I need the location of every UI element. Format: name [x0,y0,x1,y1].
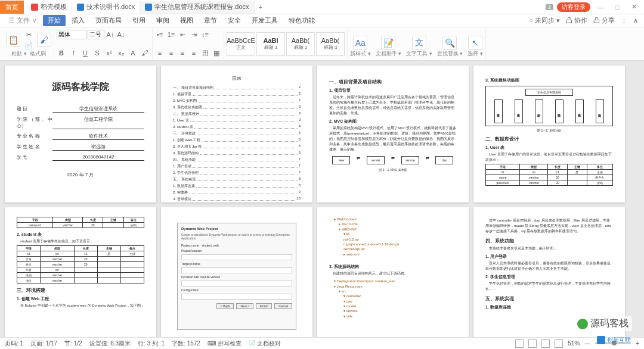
super-icon[interactable]: x² [104,48,114,58]
sync-status[interactable]: ○ 未同步 ▾ [529,16,560,25]
view-print-icon[interactable] [515,339,524,348]
para: 学生信息管理，则指的是对学生的基本信息进行管理，主要管理包括学生的姓名，... [485,281,613,292]
toc-line: 一、 项目背景及项目结构2 [173,85,301,91]
grow-font-icon[interactable]: A↑ [106,30,115,39]
style-h3[interactable]: AaBb(标题 3 [316,32,345,56]
copy-icon[interactable]: 📄 [24,40,33,50]
doc-field: 题 目学生信息管理系统 [17,105,144,113]
login-button[interactable]: 访客登录 [557,2,590,12]
module-child: 修改信息 [575,99,584,123]
indent-dec-icon[interactable]: ⇤ [178,30,187,39]
watermark-1: 源码客栈 [574,316,632,331]
cut-icon[interactable]: ✂ [24,30,33,39]
strike-icon[interactable]: S [92,48,102,58]
minimize-button[interactable]: — [594,2,607,13]
document-area[interactable]: 源码客栈学院 题 目学生信息管理系统学院（部、中心）信息工程学院专 业 名 称软… [0,61,644,337]
status-proofread[interactable]: 📄 文档校对 [249,339,281,348]
view-read-icon[interactable] [541,339,550,348]
menu-file[interactable]: 三 文件 ∨ [4,15,42,26]
module-child: 新增信息 [535,99,543,123]
font-color-icon[interactable]: A [128,48,138,58]
doc-field: 学院（部、中心）信息工程学院 [17,116,144,129]
newstyle-icon[interactable]: Aa [353,36,367,50]
notification-badge[interactable]: 2 [546,4,553,10]
align-center-icon[interactable]: ≡ [166,48,176,58]
collapse-ribbon-button[interactable]: ∧ [633,17,638,24]
justify-icon[interactable]: ≡ [189,48,199,58]
menu-ref[interactable]: 引用 [128,15,150,26]
shading-icon[interactable]: ▦ [212,48,221,58]
select-icon[interactable]: ↖ [468,36,482,50]
highlight-icon[interactable]: 🖍 [140,48,150,58]
menu-security[interactable]: 安全 [223,15,246,26]
view-web-icon[interactable] [555,339,563,348]
zoom-value[interactable]: 51% [568,340,580,347]
align-right-icon[interactable]: ≡ [178,48,187,58]
zoom-out-button[interactable]: — [584,340,590,347]
tab-doc-2[interactable]: 学生信息管理系统课程报告.docx [140,1,254,14]
find-icon[interactable]: 🔍 [442,36,457,50]
more-button[interactable]: ： [621,16,627,25]
align-left-icon[interactable]: ≡ [155,48,165,58]
status-page-of[interactable]: 页面: 1/17 [30,339,57,348]
tab-doc-1[interactable]: 技术说明书.docx [72,1,140,14]
tree-item: ▾ service [329,309,457,313]
format-brush-icon[interactable]: 🖌 [37,33,51,47]
new-tab-button[interactable]: + [255,4,267,11]
h: 五、系统实现 [485,295,613,302]
tab-templates[interactable]: 稻壳模板 [26,1,72,14]
border-icon[interactable]: 田 [200,48,210,58]
template-icon [31,4,38,11]
collab-button[interactable]: 凸 协作 [566,16,587,25]
shrink-font-icon[interactable]: A↓ [116,30,126,39]
menu-dev[interactable]: 开发工具 [247,15,283,26]
italic-icon[interactable]: I [69,48,78,58]
style-normal[interactable]: AaBbCcE正文 [227,32,255,56]
para: 采用的系统架构是MVC设计模式，使用了MVC设计模式，就解释就代表了服务层模式、… [329,126,457,152]
maximize-button[interactable]: □ [611,2,624,13]
caption: 图 1—2. 系统功能 [485,129,613,132]
toc-line: 1. 数据库连接8 [173,183,301,189]
tree-item: ▾ lib [329,232,457,236]
page-1: 源码客栈学院 题 目学生信息管理系统学院（部、中心）信息工程学院专 业 名 称软… [5,66,156,202]
indent-inc-icon[interactable]: ⇥ [189,30,199,39]
ribbon-clipboard: 📋 ✂ 📄 🖌 粘贴 ▾ 格式刷 [4,29,54,59]
tree-item: mysql-connector-java-5.1.18-bin.jar [329,242,457,247]
menu-view[interactable]: 视图 [175,15,198,26]
h: 1. 数据库连接 [485,304,613,310]
home-tab[interactable]: 首页 [0,1,24,14]
sub-icon[interactable]: x₂ [116,48,126,58]
tree-item: ▸ web.xml [329,252,457,257]
docassist-icon[interactable]: 📝 [381,36,395,50]
menu-start[interactable]: 开始 [43,15,66,26]
share-button[interactable]: 凸 分享 [593,16,615,25]
paste-icon[interactable]: 📋 [6,33,20,47]
style-h1[interactable]: AaBl标题 1 [256,32,285,56]
find-label: 查找替换 ▾ [437,50,463,58]
status-page-no[interactable]: 页码: 1 [5,339,23,348]
status-wordcount[interactable]: 字数: 1572 [172,339,200,348]
tree-item: servlet-api.jar [329,247,457,251]
page-4: 3. 系统模块功能图 学生信息管理系统 登录模块首页模块新增信息删除信息修改信息… [473,66,625,202]
line-spacing-icon[interactable]: ↕≡ [200,30,210,39]
font-name-input[interactable] [57,30,86,39]
numbering-icon[interactable]: 1≡ [166,30,176,39]
menu-review[interactable]: 审阅 [151,15,174,26]
menu-layout[interactable]: 页面布局 [91,15,126,26]
para: User 表用于存储用户的登录信息、前台登录页面登录过程校验的数据字段如下表所示… [485,152,613,163]
zoom-in-button[interactable]: + [636,340,639,347]
status-spellcheck[interactable]: ⌨ 拼写检查 [208,339,242,348]
toc-line: 三、 环境搭建5 [173,131,301,136]
menu-feature[interactable]: 特色功能 [284,15,320,26]
view-outline-icon[interactable] [528,339,537,348]
font-size-input[interactable] [88,30,104,39]
style-h2[interactable]: AaBb(标题 2 [286,32,315,56]
bold-icon[interactable]: B [57,48,66,58]
close-button[interactable]: ✕ [627,2,640,13]
texttool-icon[interactable]: 文 [412,36,426,50]
student-table: 字段类型长度主键备注idint11是主键学号varchar20姓名varchar… [17,245,144,283]
underline-icon[interactable]: U [80,48,90,58]
bullets-icon[interactable]: •≡ [155,30,165,39]
menu-section[interactable]: 章节 [199,15,222,26]
menu-insert[interactable]: 插入 [67,15,89,26]
